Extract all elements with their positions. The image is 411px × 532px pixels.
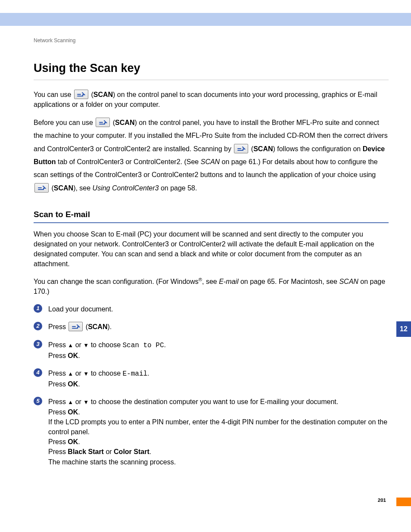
step-number: 2 — [34, 322, 42, 330]
scan-icon — [68, 322, 83, 331]
text: Press — [48, 448, 68, 455]
page-content: Network Scanning Using the Scan key You … — [34, 37, 389, 475]
ok-label: OK — [68, 380, 78, 388]
text: or — [73, 341, 83, 348]
black-start-label: Black Start — [68, 448, 104, 455]
title-rule — [34, 80, 389, 80]
arrow-down-icon: ▼ — [83, 399, 89, 405]
text: ). — [107, 323, 112, 330]
step-number: 1 — [34, 304, 42, 313]
scan-email-p2: You can change the scan configuration. (… — [34, 276, 389, 297]
scan-label: SCAN — [93, 91, 113, 98]
arrow-down-icon: ▼ — [83, 370, 89, 377]
ok-label: OK — [68, 352, 78, 359]
step-4: 4 Press ▲ or ▼ to choose E-mail. Press O… — [34, 368, 389, 389]
paragraph-2: Before you can use (SCAN) on the control… — [34, 116, 389, 195]
text: . — [78, 380, 80, 388]
text: Press — [48, 341, 68, 348]
text: on page 58. — [159, 184, 197, 192]
text: Press — [48, 323, 68, 330]
text: . — [78, 352, 80, 359]
text: Load your document. — [48, 305, 113, 313]
footer-accent — [396, 498, 411, 506]
text: , see — [202, 278, 219, 285]
step-2: 2 Press (SCAN). — [34, 322, 389, 332]
text: to choose — [89, 341, 122, 348]
xref-scan-mac[interactable]: SCAN — [339, 278, 358, 285]
text: Before you can use — [34, 119, 95, 126]
lcd-option: E-mail — [123, 370, 148, 378]
text: or — [73, 370, 83, 377]
arrow-up-icon: ▲ — [68, 370, 73, 377]
scan-email-p1: When you choose Scan to E-mail (PC) your… — [34, 229, 389, 269]
scan-icon — [34, 183, 49, 193]
text: or — [73, 398, 83, 405]
text: or — [104, 448, 114, 455]
step-number: 5 — [34, 397, 42, 405]
text: ), see — [73, 184, 92, 192]
text: . — [78, 408, 80, 416]
step-number: 3 — [34, 340, 42, 348]
xref-scan[interactable]: SCAN — [201, 158, 220, 165]
text: Press — [48, 438, 68, 445]
chapter-tab: 12 — [396, 321, 411, 337]
subheading-rule — [34, 222, 389, 223]
text: to choose the destination computer you w… — [89, 398, 338, 405]
text: . — [164, 341, 166, 348]
header-band — [0, 13, 411, 26]
text: tab of ControlCenter3 or ControlCenter2.… — [56, 158, 201, 165]
text: The machine starts the scanning process. — [48, 458, 176, 466]
page-title: Using the Scan key — [34, 60, 389, 77]
step-3: 3 Press ▲ or ▼ to choose Scan to PC. Pre… — [34, 340, 389, 361]
scan-label: SCAN — [88, 323, 107, 330]
text: . — [78, 438, 80, 445]
text: Press — [48, 352, 68, 359]
ok-label: OK — [68, 438, 78, 445]
xref-using-controlcenter3[interactable]: Using ControlCenter3 — [93, 184, 159, 192]
scan-label: SCAN — [54, 184, 73, 192]
step-1: 1 Load your document. — [34, 304, 389, 314]
page-number: 201 — [378, 497, 386, 504]
step-5: 5 Press ▲ or ▼ to choose the destination… — [34, 397, 389, 467]
text: Press — [48, 370, 68, 377]
intro-paragraph: You can use (SCAN) on the control panel … — [34, 90, 389, 109]
arrow-up-icon: ▲ — [68, 342, 73, 348]
step-body: Press (SCAN). — [48, 322, 389, 332]
text: You can change the scan configuration. (… — [34, 278, 199, 285]
scan-label: SCAN — [115, 119, 134, 126]
lcd-option: Scan to PC — [123, 342, 164, 349]
text: on page 65. For Macintosh, see — [238, 278, 339, 285]
steps-list: 1 Load your document. 2 Press (SCAN). 3 … — [34, 304, 389, 467]
arrow-down-icon: ▼ — [83, 342, 89, 348]
text: . — [147, 370, 149, 377]
text: . — [149, 448, 151, 455]
scan-icon — [74, 90, 88, 99]
subheading-scan-to-email: Scan to E-mail — [34, 208, 389, 221]
text: to choose — [89, 370, 122, 377]
text: If the LCD prompts you to enter a PIN nu… — [48, 418, 387, 436]
arrow-up-icon: ▲ — [68, 399, 73, 405]
step-body: Load your document. — [48, 304, 389, 314]
scan-label: SCAN — [253, 145, 273, 152]
registered-mark: ® — [199, 277, 202, 282]
running-header: Network Scanning — [34, 37, 389, 44]
xref-email[interactable]: E-mail — [219, 278, 238, 285]
text: ) follows the configuration on — [273, 145, 363, 152]
step-body: Press ▲ or ▼ to choose the destination c… — [48, 397, 389, 467]
step-number: 4 — [34, 368, 42, 377]
scan-icon — [96, 118, 110, 127]
text: Press — [48, 380, 68, 388]
step-body: Press ▲ or ▼ to choose E-mail. Press OK. — [48, 368, 389, 389]
scan-icon — [234, 144, 248, 153]
step-body: Press ▲ or ▼ to choose Scan to PC. Press… — [48, 340, 389, 361]
text: You can use — [34, 91, 73, 98]
text: Press — [48, 408, 68, 416]
ok-label: OK — [68, 408, 78, 416]
color-start-label: Color Start — [114, 448, 149, 455]
text: Press — [48, 398, 68, 405]
